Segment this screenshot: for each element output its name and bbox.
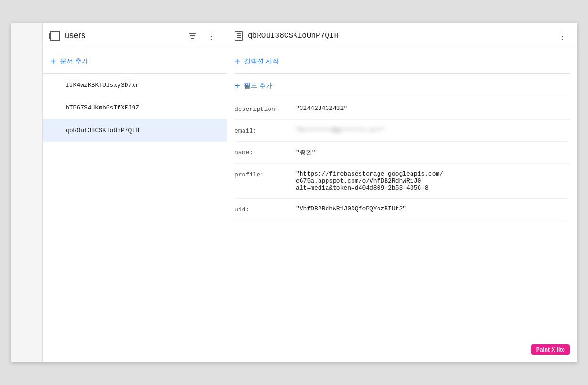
document-list: IJK4wzKBKTUlsxySD7xr bTP67S4UKmb0sIfXEJ9… xyxy=(43,74,227,362)
field-key-profile: profile: xyxy=(235,170,296,178)
add-collection-label: 컬렉션 시작 xyxy=(244,57,279,66)
field-value-uid[interactable]: "VhfDB2RdhWR1J0DQfoPQYozBIUt2" xyxy=(296,205,570,212)
list-item[interactable]: IJK4wzKBKTUlsxySD7xr xyxy=(43,74,227,96)
sidebar-strip xyxy=(11,23,43,362)
add-collection-icon: + xyxy=(235,57,240,66)
field-value-profile[interactable]: "https://firebasestorage.googleapis.com/… xyxy=(296,170,570,192)
document-title: qbROuI38CSKIoUnP7QIH xyxy=(248,32,550,40)
collection-header: users xyxy=(43,23,227,49)
add-collection-row[interactable]: + 컬렉션 시작 xyxy=(235,49,570,74)
list-item[interactable]: bTP67S4UKmb0sIfXEJ9Z xyxy=(43,96,227,119)
collection-actions xyxy=(185,28,219,43)
field-email: email: "h••••••••@g•••••••.c••" xyxy=(235,120,570,142)
collection-panel: users + 문서 추가 IJK4wzKBKTUlsxySD7xr xyxy=(43,23,227,362)
field-name: name: "종환" xyxy=(235,142,570,164)
more-vert-icon xyxy=(207,30,216,42)
add-field-row[interactable]: + 필드 추가 xyxy=(235,74,570,98)
document-content: + 컬렉션 시작 + 필드 추가 description: "324423432… xyxy=(227,49,577,362)
document-more-button[interactable] xyxy=(554,28,570,43)
collection-title: users xyxy=(65,31,180,41)
add-document-row[interactable]: + 문서 추가 xyxy=(43,49,227,74)
paint-x-lite-badge: Paint X lite xyxy=(531,344,570,355)
list-item-selected[interactable]: qbROuI38CSKIoUnP7QIH xyxy=(43,119,227,142)
add-field-label: 필드 추가 xyxy=(244,82,272,90)
field-value-email[interactable]: "h••••••••@g•••••••.c••" xyxy=(296,126,570,134)
notebook-icon xyxy=(50,31,60,41)
field-description: description: "324423432432" xyxy=(235,98,570,120)
collection-more-button[interactable] xyxy=(204,28,219,43)
field-value-name[interactable]: "종환" xyxy=(296,148,570,157)
filter-icon xyxy=(187,31,198,41)
field-key-email: email: xyxy=(235,126,296,134)
document-panel: qbROuI38CSKIoUnP7QIH + 컬렉션 시작 + 필드 추가 de… xyxy=(227,23,577,362)
field-uid: uid: "VhfDB2RdhWR1J0DQfoPQYozBIUt2" xyxy=(235,199,570,220)
field-profile: profile: "https://firebasestorage.google… xyxy=(235,164,570,199)
field-key-description: description: xyxy=(235,105,296,113)
add-icon: + xyxy=(50,57,56,66)
field-value-description[interactable]: "324423432432" xyxy=(296,105,570,112)
more-vert-icon xyxy=(557,30,567,42)
document-icon xyxy=(235,31,243,41)
add-field-icon: + xyxy=(235,81,240,91)
app-container: users + 문서 추가 IJK4wzKBKTUlsxySD7xr xyxy=(11,23,577,362)
document-header: qbROuI38CSKIoUnP7QIH xyxy=(227,23,577,49)
field-key-name: name: xyxy=(235,148,296,156)
field-key-uid: uid: xyxy=(235,205,296,213)
add-document-label: 문서 추가 xyxy=(60,57,88,66)
filter-button[interactable] xyxy=(185,28,200,43)
